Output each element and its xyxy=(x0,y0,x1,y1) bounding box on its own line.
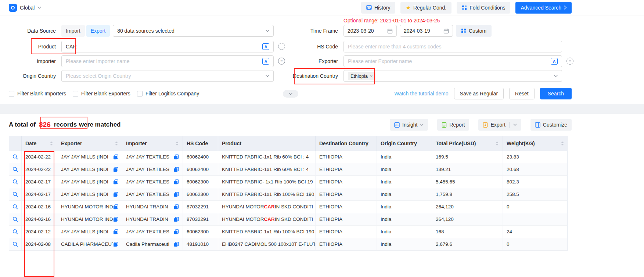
cell-product: KNITTED FABRIC-1x1 Rib 100% BCI 190 xyxy=(218,226,316,238)
sort-icon[interactable] xyxy=(561,141,564,146)
header-total-price[interactable]: Total Price(USD) xyxy=(432,136,503,151)
copy-icon[interactable] xyxy=(113,154,118,160)
copy-icon[interactable] xyxy=(174,229,179,234)
data-source-select[interactable]: 80 data sources selected xyxy=(113,25,274,37)
copy-icon[interactable] xyxy=(113,167,118,172)
view-record-icon[interactable] xyxy=(12,179,18,185)
summary-suffix: were matched xyxy=(79,121,120,128)
importer-input[interactable]: Please enter Importer name A xyxy=(61,55,274,67)
table-row[interactable]: 2024-02-12 JAY JAY MILLS (INDI JAY JAY T… xyxy=(9,226,567,238)
remove-tag-icon[interactable]: × xyxy=(370,74,373,79)
table-row[interactable]: 2024-02-22 JAY JAY MILLS (INDI JAY JAY T… xyxy=(9,151,567,163)
sort-icon[interactable] xyxy=(175,141,179,146)
insight-button[interactable]: Insight xyxy=(390,119,428,131)
import-tab[interactable]: Import xyxy=(61,25,85,37)
fold-conditions-button[interactable]: Fold Conditions xyxy=(457,2,510,14)
chevron-down-icon[interactable] xyxy=(513,124,517,126)
exporter-name: JAY JAY MILLS (INDI xyxy=(61,179,108,185)
export-tab[interactable]: Export xyxy=(86,25,110,37)
hs-code-input[interactable]: Please enter more than 4 customs codes xyxy=(343,41,562,52)
copy-icon[interactable] xyxy=(113,204,118,209)
regular-conditions-button[interactable]: ★ Regular Cond. xyxy=(400,2,451,14)
table-row[interactable]: 2024-02-22 JAY JAY MILLS (INDI JAY JAY T… xyxy=(9,163,567,176)
time-end-input[interactable]: 2024-03-19 xyxy=(400,25,453,37)
copy-icon[interactable] xyxy=(113,242,118,247)
table-row[interactable]: 2024-02-17 JAY JAY MILLS (INDI JAY JAY T… xyxy=(9,176,567,188)
customize-button[interactable]: Customize xyxy=(530,119,572,131)
translate-icon[interactable]: A xyxy=(262,58,269,65)
copy-icon[interactable] xyxy=(174,179,179,185)
table-row[interactable]: 2024-02-16 HYUNDAI MOTOR IND HYUNDAI TRA… xyxy=(9,213,567,226)
filter-blank-exporters-checkbox[interactable]: Filter Blank Exporters xyxy=(73,91,130,96)
time-start-value: 2023-03-20 xyxy=(348,28,374,34)
product-label: Product xyxy=(9,44,56,50)
copy-icon[interactable] xyxy=(174,242,179,247)
history-button[interactable]: History xyxy=(361,2,396,14)
copy-icon[interactable] xyxy=(113,229,118,234)
view-record-icon[interactable] xyxy=(12,241,18,247)
translate-icon[interactable]: A xyxy=(551,58,558,65)
copy-icon[interactable] xyxy=(174,167,179,172)
time-frame-label: Time Frame xyxy=(274,28,338,34)
region-switcher[interactable]: Global xyxy=(9,4,41,12)
report-button[interactable]: Report xyxy=(437,119,469,131)
copy-icon[interactable] xyxy=(174,204,179,209)
cell-exporter: HYUNDAI MOTOR IND xyxy=(57,201,122,213)
results-table: Date Exporter Importer HS Code Product D… xyxy=(9,136,568,251)
copy-icon[interactable] xyxy=(113,179,118,185)
view-record-icon[interactable] xyxy=(12,154,18,160)
sort-icon[interactable] xyxy=(495,141,499,146)
filter-logistics-company-checkbox[interactable]: Filter Logitics Company xyxy=(137,91,199,96)
cell-exporter: HYUNDAI MOTOR IND xyxy=(57,213,122,225)
product-text: IN SKD CONDITI xyxy=(275,216,313,222)
cell-weight: 802.3 xyxy=(503,176,568,188)
copy-icon[interactable] xyxy=(113,192,118,197)
tutorial-link[interactable]: Watch the tutorial demo xyxy=(394,91,448,96)
origin-country-select[interactable]: Please select Origin Country xyxy=(61,70,274,82)
cell-total-price: 169.5 xyxy=(432,151,503,163)
view-record-icon[interactable] xyxy=(12,216,18,222)
header-exporter[interactable]: Exporter xyxy=(57,136,122,151)
checkbox-icon xyxy=(9,91,14,96)
export-button[interactable]: Export xyxy=(478,119,521,131)
reset-button[interactable]: Reset xyxy=(509,88,535,99)
save-as-regular-button[interactable]: Save as Regular xyxy=(454,88,504,99)
match-mode-icon[interactable]: = xyxy=(278,58,285,65)
search-button[interactable]: Search xyxy=(540,88,572,99)
importer-name: JAY JAY TEXTILES xyxy=(126,167,169,172)
time-start-input[interactable]: 2023-03-20 xyxy=(343,25,397,37)
top-bar: Global History ★ Regular Cond. Fold Cond… xyxy=(0,0,644,15)
cell-exporter: JAY JAY MILLS (INDI xyxy=(57,151,122,163)
custom-range-button[interactable]: Custom xyxy=(456,25,492,37)
filter-blank-importers-checkbox[interactable]: Filter Blank Importers xyxy=(9,91,66,96)
header-date-label: Date xyxy=(25,141,36,146)
header-date[interactable]: Date xyxy=(22,136,57,151)
view-record-icon[interactable] xyxy=(12,192,18,197)
table-row[interactable]: 2024-02-08 CADILA PHARMACEUT Cadila Phar… xyxy=(9,238,567,251)
destination-country-select[interactable]: Ethiopia × xyxy=(343,70,562,82)
match-mode-icon[interactable]: = xyxy=(278,43,285,50)
sort-icon[interactable] xyxy=(115,141,118,146)
exporter-input[interactable]: Please enter Exporter name A xyxy=(343,55,562,67)
copy-icon[interactable] xyxy=(174,217,179,222)
copy-icon[interactable] xyxy=(174,192,179,197)
header-weight[interactable]: Weight(KG) xyxy=(503,136,568,151)
table-row[interactable]: 2024-02-16 HYUNDAI MOTOR IND HYUNDAI TRA… xyxy=(9,201,567,213)
match-mode-icon[interactable]: = xyxy=(566,58,573,65)
header-importer[interactable]: Importer xyxy=(122,136,183,151)
copy-icon[interactable] xyxy=(113,217,118,222)
cell-origin-country: India xyxy=(377,188,432,200)
table-row[interactable]: 2024-02-17 JAY JAY MILLS (INDI JAY JAY T… xyxy=(9,188,567,201)
cell-weight: 0 xyxy=(503,238,568,250)
translate-icon[interactable]: A xyxy=(262,43,269,50)
sort-icon[interactable] xyxy=(50,141,53,146)
advanced-search-button[interactable]: Advanced Search xyxy=(515,2,572,14)
collapse-conditions-button[interactable] xyxy=(283,90,298,98)
product-value: CAR xyxy=(66,44,77,50)
view-record-icon[interactable] xyxy=(12,229,18,234)
exporter-name: JAY JAY MILLS (INDI xyxy=(61,167,108,172)
product-input[interactable]: CAR A xyxy=(61,41,274,52)
copy-icon[interactable] xyxy=(174,154,179,160)
view-record-icon[interactable] xyxy=(12,167,18,172)
view-record-icon[interactable] xyxy=(12,204,18,209)
